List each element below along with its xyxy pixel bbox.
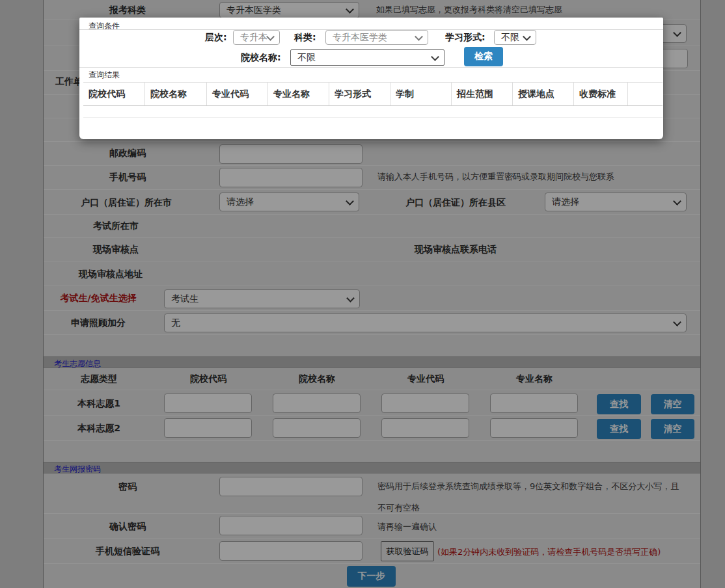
study-form-select[interactable]: 不限: [494, 30, 536, 45]
study-form-label: 学习形式:: [445, 32, 486, 44]
dialog-search-button[interactable]: 检索: [464, 47, 503, 66]
study-form-value: 不限: [501, 32, 519, 44]
results-table-header: 院校代码 院校名称 专业代码 专业名称 学习形式 学制 招生范围 授课地点 收费…: [83, 82, 663, 106]
category-select[interactable]: 专升本医学类: [325, 30, 428, 45]
results-col-scope: 招生范围: [452, 83, 513, 105]
level-select[interactable]: 专升本: [233, 30, 280, 45]
school-name-value: 不限: [297, 52, 316, 64]
results-col-action: [628, 83, 663, 105]
school-name-label: 院校名称:: [241, 52, 281, 64]
results-col-location: 授课地点: [513, 83, 574, 105]
results-empty-row: [83, 105, 663, 118]
category-value: 专升本医学类: [333, 32, 387, 44]
results-col-study-form: 学习形式: [329, 83, 390, 105]
level-label: 层次:: [205, 32, 227, 44]
chevron-down-icon: [431, 53, 439, 61]
results-col-school-code: 院校代码: [83, 83, 145, 105]
chevron-down-icon: [523, 33, 531, 41]
results-col-duration: 学制: [390, 83, 452, 105]
dialog-divider: [79, 67, 663, 68]
school-search-dialog: 查询条件 层次: 专升本 科类: 专升本医学类 学习形式: 不限 院校名称: 不…: [79, 18, 663, 139]
results-col-fee: 收费标准: [574, 83, 628, 105]
chevron-down-icon: [415, 33, 423, 41]
category-label: 科类:: [294, 32, 316, 44]
results-col-major-name: 专业名称: [268, 83, 329, 105]
results-col-major-code: 专业代码: [207, 83, 268, 105]
school-name-combobox[interactable]: 不限: [290, 49, 445, 66]
query-results-title: 查询结果: [89, 70, 120, 81]
level-value: 专升本: [240, 32, 267, 44]
results-col-school-name: 院校名称: [145, 83, 207, 105]
query-conditions-title: 查询条件: [89, 21, 120, 32]
registration-form-page: 报考科类 专升本医学类 如果已填写志愿，更改报考科类将清空已填写志愿 工作单位 …: [0, 0, 725, 588]
chevron-down-icon: [266, 33, 275, 41]
